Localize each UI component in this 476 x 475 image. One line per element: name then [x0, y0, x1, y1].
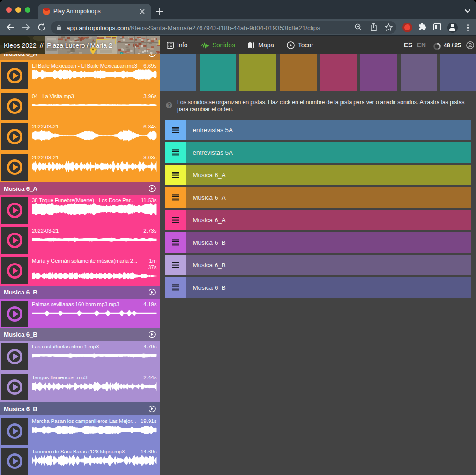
- svg-text:Glorieta de los: Glorieta de los: [120, 37, 134, 39]
